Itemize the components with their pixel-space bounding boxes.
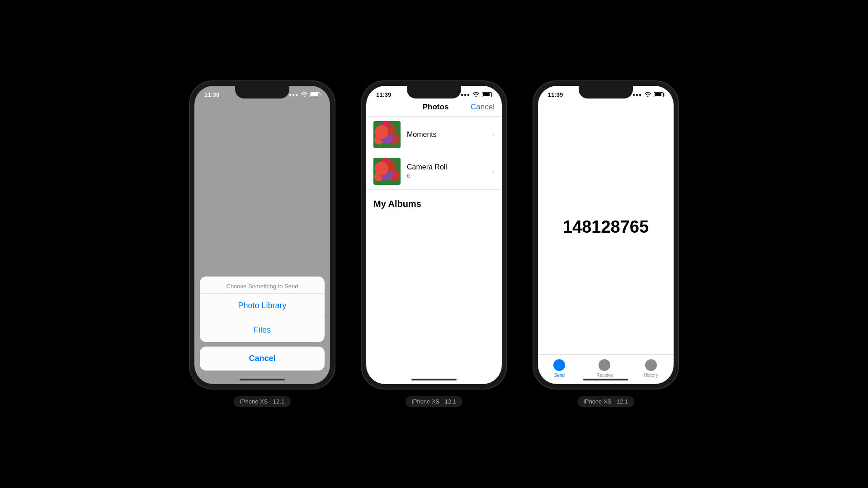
- phone2-time: 11:39: [376, 91, 391, 98]
- send-tab-label: Send: [554, 373, 565, 378]
- moments-item[interactable]: Moments ›: [366, 117, 502, 153]
- files-button[interactable]: Files: [200, 318, 325, 342]
- phone2-notch: [407, 86, 461, 99]
- photos-cancel-button[interactable]: Cancel: [471, 103, 495, 112]
- phone1-notch: [235, 86, 289, 99]
- moments-name: Moments: [407, 131, 492, 139]
- phone2-wifi-icon: [472, 92, 480, 97]
- tab-receive[interactable]: Receive: [596, 359, 613, 378]
- cancel-button[interactable]: Cancel: [200, 347, 325, 371]
- phone3-home-indicator: [583, 379, 628, 380]
- action-sheet-title: Choose Something to Send: [200, 277, 325, 293]
- phone3-label: iPhone XS - 12.1: [577, 396, 634, 407]
- tab-send[interactable]: Send: [553, 359, 565, 378]
- camera-roll-name: Camera Roll: [407, 163, 492, 171]
- phone2-screen: 11:39 ●●● Photos: [366, 86, 502, 384]
- moments-text: Moments: [407, 131, 492, 139]
- phone1-action-sheet-cancel: Cancel: [200, 347, 325, 371]
- phone2-wrapper: 11:39 ●●● Photos: [362, 81, 506, 407]
- camera-roll-text: Camera Roll 6: [407, 163, 492, 179]
- phone1-battery-icon: [310, 92, 320, 97]
- receive-tab-label: Receive: [596, 373, 613, 378]
- phone2-home-indicator: [411, 379, 457, 380]
- phone3-signal: ●●●: [632, 92, 642, 97]
- phone1-wrapper: 11:38 ●●● Choose Something to Send: [190, 81, 335, 407]
- phone1-signal: ●●●: [289, 92, 298, 97]
- phone2-battery-icon: [482, 92, 492, 97]
- phone3-screen: 11:39 ●●● 148128765: [538, 86, 674, 384]
- photos-title: Photos: [423, 103, 449, 112]
- phone1-wifi-icon: [301, 92, 308, 97]
- phone1-action-sheet-container: Choose Something to Send Photo Library F…: [194, 273, 330, 384]
- phone1-home-indicator: [240, 379, 285, 380]
- phone1-time: 11:38: [204, 91, 219, 98]
- phone3-battery-icon: [654, 92, 664, 97]
- send-tab-icon: [553, 359, 565, 371]
- phone2-status-icons: ●●●: [461, 92, 492, 97]
- phone3-frame: 11:39 ●●● 148128765: [533, 81, 678, 389]
- phone1-frame: 11:38 ●●● Choose Something to Send: [190, 81, 335, 389]
- photo-list: Moments › Camera Roll 6 ›: [366, 117, 502, 190]
- camera-roll-chevron: ›: [492, 167, 495, 175]
- phone1-action-sheet: Choose Something to Send Photo Library F…: [200, 277, 325, 342]
- phone1-label: iPhone XS - 12.1: [234, 396, 291, 407]
- phone1-status-icons: ●●●: [289, 92, 320, 97]
- moments-thumbnail: [373, 121, 401, 148]
- my-albums-header: My Albums: [366, 190, 502, 213]
- phone3-wifi-icon: [644, 92, 651, 97]
- camera-roll-count: 6: [407, 172, 492, 179]
- photos-nav: Photos Cancel: [366, 100, 502, 117]
- tab-history[interactable]: History: [644, 359, 658, 378]
- moments-chevron: ›: [492, 131, 495, 139]
- phone3-wrapper: 11:39 ●●● 148128765: [533, 81, 678, 407]
- phone3-notch: [579, 86, 633, 99]
- history-tab-icon: [645, 359, 657, 371]
- phone2-label: iPhone XS - 12.1: [406, 396, 462, 407]
- phone2-frame: 11:39 ●●● Photos: [362, 81, 506, 389]
- phone3-status-icons: ●●●: [632, 92, 664, 97]
- camera-roll-item[interactable]: Camera Roll 6 ›: [366, 153, 502, 190]
- transfer-number: 148128765: [538, 100, 674, 354]
- camera-roll-thumbnail: [373, 158, 401, 185]
- phone3-time: 11:39: [548, 91, 563, 98]
- phone1-screen: 11:38 ●●● Choose Something to Send: [194, 86, 330, 384]
- receive-tab-icon: [599, 359, 610, 371]
- photo-library-button[interactable]: Photo Library: [200, 294, 325, 318]
- phone2-signal: ●●●: [461, 92, 470, 97]
- history-tab-label: History: [644, 373, 658, 378]
